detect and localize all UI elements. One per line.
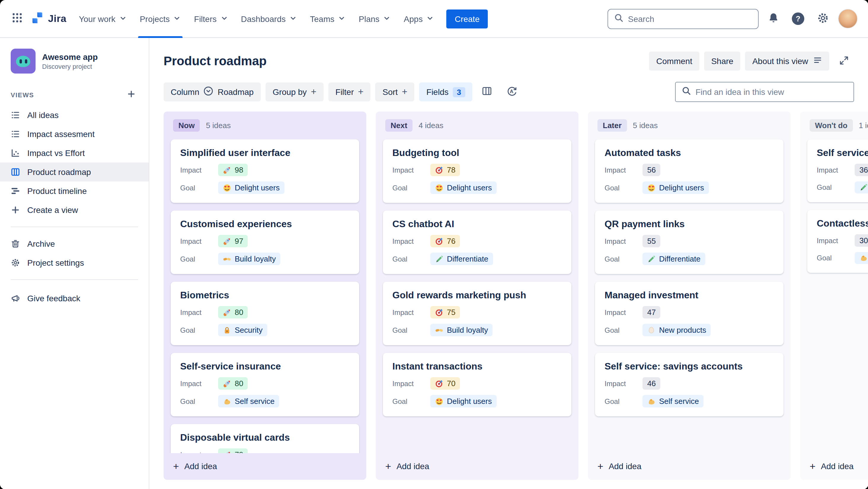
help-button[interactable]: ? (788, 9, 808, 29)
impact-field-label: Impact (604, 379, 643, 387)
sidebar-item-impact-vs-effort[interactable]: Impact vs Effort (0, 144, 149, 163)
notifications-button[interactable] (763, 9, 783, 29)
app-switcher-button[interactable] (7, 9, 27, 29)
impact-value: 98 (235, 166, 243, 174)
nav-item-apps[interactable]: Apps (397, 0, 441, 38)
rank-sort-button[interactable]: A (502, 82, 522, 102)
impact-field-label: Impact (392, 379, 430, 387)
group-by-chip[interactable]: Group by + (266, 82, 323, 102)
search-icon (681, 86, 691, 98)
column-setting-chip[interactable]: Column Roadmap (163, 82, 261, 102)
global-search[interactable] (607, 9, 758, 29)
idea-title: Biometrics (180, 290, 350, 301)
idea-card[interactable]: Self-service insurance Impact 80 Goal Se… (171, 353, 359, 416)
nav-item-your-work[interactable]: Your work (72, 0, 133, 38)
sidebar-view-label: Project settings (27, 258, 84, 267)
idea-title: Simplified user interface (180, 148, 350, 159)
goal-row: Goal Delight users (180, 181, 350, 194)
add-idea-button[interactable]: + Add idea (376, 453, 579, 480)
impact-row: Impact 76 (392, 235, 562, 247)
idea-card[interactable]: Simplified user interface Impact 98 Goal… (171, 139, 359, 203)
sort-chip[interactable]: Sort + (375, 82, 414, 102)
settings-button[interactable] (813, 9, 833, 29)
add-idea-button[interactable]: + Add idea (800, 453, 868, 480)
impact-badge: 30 (855, 234, 868, 247)
nav-item-teams[interactable]: Teams (304, 0, 352, 38)
sidebar-item-product-timeline[interactable]: Product timeline (0, 181, 149, 200)
goal-value: Build loyalty (235, 254, 276, 263)
expand-view-button[interactable] (834, 51, 854, 71)
impact-value: 76 (447, 237, 456, 246)
sidebar-item-project-settings[interactable]: Project settings (0, 253, 149, 272)
user-avatar[interactable] (838, 9, 857, 28)
goal-field-label: Goal (392, 397, 430, 405)
share-button[interactable]: Share (704, 52, 741, 70)
create-button[interactable]: Create (446, 9, 488, 28)
idea-card[interactable]: Biometrics Impact 80 Goal Security (171, 282, 359, 345)
goal-field-label: Goal (392, 326, 430, 334)
column-cards: Automated tasks Impact 56 Goal Delight u… (588, 138, 790, 453)
idea-card[interactable]: Instant transactions Impact 70 Goal Deli… (383, 353, 571, 416)
goal-badge: Self service (218, 395, 279, 407)
impact-row: Impact 97 (180, 235, 350, 247)
impact-row: Impact 70 (392, 377, 562, 390)
idea-card[interactable]: QR payment links Impact 55 Goal Differen… (595, 210, 783, 274)
idea-card[interactable]: CS chatbot AI Impact 76 Goal Differentia… (383, 210, 571, 274)
filter-label: Filter (336, 87, 354, 97)
muscle-icon (647, 397, 655, 405)
global-search-input[interactable] (628, 14, 752, 23)
alien-icon (16, 55, 30, 67)
project-header[interactable]: Awesome app Discovery project (0, 49, 149, 74)
idea-card[interactable]: Customised experiences Impact 97 Goal Bu… (171, 210, 359, 274)
impact-field-label: Impact (392, 166, 430, 174)
nav-item-plans[interactable]: Plans (352, 0, 397, 38)
fields-chip[interactable]: Fields 3 (419, 82, 472, 102)
idea-card[interactable]: Self service: savings accounts Impact 46… (595, 353, 783, 416)
plus-icon: + (385, 461, 391, 471)
add-idea-button[interactable]: + Add idea (163, 453, 366, 480)
nav-item-filters[interactable]: Filters (188, 0, 235, 38)
project-name: Awesome app (42, 52, 98, 62)
rocket-icon (223, 237, 231, 245)
impact-badge: 47 (643, 306, 660, 318)
add-view-button[interactable] (124, 88, 138, 102)
page-title: Product roadmap (163, 54, 267, 68)
column-cards: Budgeting tool Impact 78 Goal Delight us… (376, 138, 579, 453)
impact-field-label: Impact (392, 237, 430, 245)
sidebar-item-all-ideas[interactable]: All ideas (0, 106, 149, 124)
give-feedback-label: Give feedback (27, 294, 80, 303)
list-icon (11, 110, 20, 120)
idea-card[interactable]: Budgeting tool Impact 78 Goal Delight us… (383, 139, 571, 203)
nav-item-dashboards[interactable]: Dashboards (235, 0, 304, 38)
sort-label: Sort (382, 87, 398, 97)
idea-card[interactable]: Managed investment Impact 47 Goal New pr… (595, 282, 783, 345)
jira-logo[interactable]: Jira (27, 11, 72, 26)
sidebar-item-archive[interactable]: Archive (0, 234, 149, 253)
comment-button[interactable]: Comment (649, 52, 700, 70)
top-navigation: Jira Your work Projects Filters Dashboar… (0, 0, 868, 38)
impact-field-label: Impact (604, 308, 643, 316)
idea-card[interactable]: Automated tasks Impact 56 Goal Delight u… (595, 139, 783, 203)
filter-chip[interactable]: Filter + (328, 82, 371, 102)
board-layout-button[interactable] (477, 82, 497, 102)
idea-card[interactable]: Self service: Impact 36 Goal (807, 139, 868, 202)
add-idea-button[interactable]: + Add idea (588, 453, 790, 480)
find-idea-search[interactable] (675, 82, 854, 102)
sidebar-item-create-a-view[interactable]: Create a view (0, 200, 149, 220)
find-idea-input[interactable] (695, 87, 847, 97)
impact-field-label: Impact (604, 237, 643, 245)
nav-item-projects[interactable]: Projects (133, 0, 188, 38)
sidebar-item-product-roadmap[interactable]: Product roadmap (0, 163, 149, 181)
goal-value: Security (235, 325, 262, 335)
primary-nav: Your work Projects Filters Dashboards Te… (72, 0, 440, 38)
goal-field-label: Goal (180, 326, 218, 334)
idea-title: Contactless (817, 218, 868, 229)
group-by-label: Group by (273, 87, 307, 97)
about-this-view-button[interactable]: About this view (745, 52, 829, 70)
sidebar-item-impact-assesment[interactable]: Impact assesment (0, 124, 149, 144)
give-feedback-button[interactable]: Give feedback (0, 288, 149, 308)
idea-card[interactable]: Gold rewards marketing push Impact 75 Go… (383, 282, 571, 345)
idea-card[interactable]: Contactless Impact 30 Goal (807, 210, 868, 273)
idea-card[interactable]: Disposable virtual cards Impact 79 (171, 424, 359, 453)
sidebar-view-label: Product roadmap (27, 167, 91, 177)
